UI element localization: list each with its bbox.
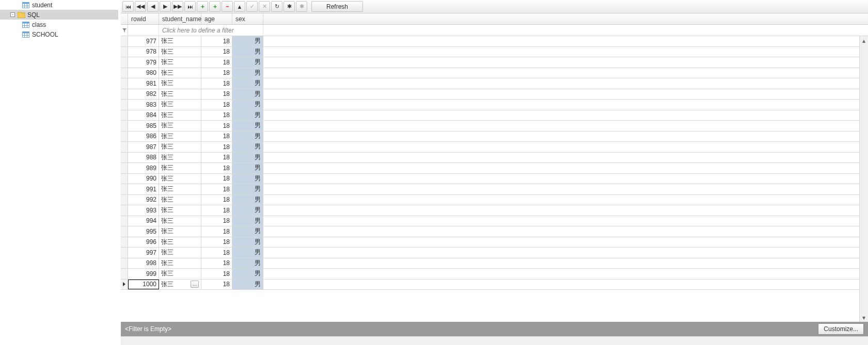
cell-student-name[interactable]: 张三 (159, 174, 201, 184)
cell-age[interactable]: 18 (201, 47, 232, 57)
cell-rowid[interactable]: 998 (128, 258, 159, 269)
cell-sex[interactable]: 男 (232, 100, 263, 110)
nav-last-button[interactable]: ⏭ (184, 1, 196, 12)
filter-funnel-icon[interactable] (121, 25, 128, 36)
tree-item-school[interactable]: SCHOOL (0, 29, 118, 39)
cell-student-name[interactable]: 张三 (159, 195, 201, 205)
cell-rowid[interactable]: 978 (128, 47, 159, 57)
cell-student-name[interactable]: 张三 (159, 237, 201, 248)
scroll-down-icon[interactable]: ▾ (860, 313, 868, 322)
col-header-student-name[interactable]: student_name (159, 13, 201, 24)
row-indicator[interactable] (121, 121, 128, 131)
cell-age[interactable]: 18 (201, 100, 232, 110)
table-row[interactable]: 982张三18男 (121, 89, 868, 100)
table-row[interactable]: 991张三18男 (121, 184, 868, 195)
tree-expander-icon[interactable]: - (10, 12, 15, 17)
filter-cell-rowid[interactable] (128, 25, 159, 36)
cell-sex[interactable]: 男 (232, 205, 263, 216)
row-indicator[interactable] (121, 184, 128, 194)
cell-rowid[interactable]: 993 (128, 205, 159, 216)
grid-filter-row[interactable]: Click here to define a filter (121, 25, 868, 36)
table-row[interactable]: 999张三18男 (121, 269, 868, 280)
cell-sex[interactable]: 男 (232, 280, 263, 290)
row-indicator[interactable] (121, 47, 128, 57)
cell-age[interactable]: 18 (201, 57, 232, 68)
row-indicator[interactable] (121, 216, 128, 226)
cell-age[interactable]: 18 (201, 226, 232, 237)
cell-age[interactable]: 18 (201, 89, 232, 100)
cell-age[interactable]: 18 (201, 132, 232, 142)
row-indicator[interactable] (121, 205, 128, 216)
cell-sex[interactable]: 男 (232, 258, 263, 269)
table-row[interactable]: 980张三18男 (121, 68, 868, 79)
row-indicator[interactable] (121, 195, 128, 205)
cell-sex[interactable]: 男 (232, 89, 263, 100)
table-row[interactable]: 981张三18男 (121, 78, 868, 89)
cell-age[interactable]: 18 (201, 237, 232, 248)
refresh-row-button[interactable]: ↻ (271, 1, 282, 12)
cell-rowid[interactable]: 988 (128, 153, 159, 163)
cell-student-name[interactable]: 张三 (159, 47, 201, 57)
cell-rowid[interactable]: 977 (128, 36, 159, 46)
table-row[interactable]: 990张三18男 (121, 174, 868, 185)
cell-student-name[interactable]: 张三 (159, 153, 201, 163)
cell-rowid[interactable]: 994 (128, 216, 159, 226)
table-row[interactable]: 994张三18男 (121, 216, 868, 227)
cell-rowid[interactable]: 986 (128, 132, 159, 142)
horizontal-scrollbar[interactable] (121, 336, 868, 345)
cell-rowid[interactable]: 991 (128, 184, 159, 194)
table-row[interactable]: 988张三18男 (121, 153, 868, 163)
table-row[interactable]: 992张三18男 (121, 195, 868, 206)
cell-rowid[interactable]: 992 (128, 195, 159, 205)
row-indicator[interactable] (121, 280, 128, 290)
row-indicator[interactable] (121, 57, 128, 68)
row-indicator[interactable] (121, 78, 128, 89)
cell-rowid[interactable]: 1000 (128, 280, 159, 290)
cell-rowid[interactable]: 990 (128, 174, 159, 184)
cell-age[interactable]: 18 (201, 195, 232, 205)
nav-prevpage-button[interactable]: ◀◀ (135, 1, 146, 12)
row-indicator[interactable] (121, 110, 128, 121)
cell-age[interactable]: 18 (201, 280, 232, 290)
cell-age[interactable]: 18 (201, 78, 232, 89)
row-indicator[interactable] (121, 174, 128, 184)
cell-student-name[interactable]: 张三 (159, 78, 201, 89)
cell-student-name[interactable]: 张三 (159, 132, 201, 142)
cell-sex[interactable]: 男 (232, 132, 263, 142)
scroll-up-icon[interactable]: ▴ (860, 36, 868, 45)
table-row[interactable]: 995张三18男 (121, 226, 868, 237)
cell-sex[interactable]: 男 (232, 216, 263, 226)
cell-editor-ellipsis-button[interactable]: … (191, 281, 199, 288)
bookmark-button[interactable]: ✱ (283, 1, 295, 12)
row-indicator[interactable] (121, 163, 128, 173)
cell-age[interactable]: 18 (201, 174, 232, 184)
cell-sex[interactable]: 男 (232, 184, 263, 194)
cell-sex[interactable]: 男 (232, 163, 263, 173)
table-row[interactable]: 996张三18男 (121, 237, 868, 248)
row-indicator[interactable] (121, 132, 128, 142)
cell-sex[interactable]: 男 (232, 226, 263, 237)
cell-age[interactable]: 18 (201, 258, 232, 269)
nav-next-button[interactable]: ▶ (160, 1, 171, 12)
cell-rowid[interactable]: 981 (128, 78, 159, 89)
cell-sex[interactable]: 男 (232, 57, 263, 68)
cell-student-name[interactable]: 张三 (159, 100, 201, 110)
cell-student-name[interactable]: 张三 (159, 89, 201, 100)
table-row[interactable]: 998张三18男 (121, 258, 868, 269)
table-row[interactable]: 977张三18男 (121, 36, 868, 47)
table-row[interactable]: 989张三18男 (121, 163, 868, 174)
filter-placeholder[interactable]: Click here to define a filter (159, 25, 263, 36)
table-row[interactable]: 984张三18男 (121, 110, 868, 121)
cell-sex[interactable]: 男 (232, 68, 263, 78)
cell-rowid[interactable]: 999 (128, 269, 159, 279)
cell-sex[interactable]: 男 (232, 269, 263, 279)
nav-first-button[interactable]: ⏮ (122, 1, 134, 12)
cell-student-name[interactable]: 张三 (159, 36, 201, 46)
cell-sex[interactable]: 男 (232, 248, 263, 258)
cell-student-name[interactable]: 张三 (159, 226, 201, 237)
cell-student-name[interactable]: 张三 (159, 269, 201, 279)
cell-age[interactable]: 18 (201, 163, 232, 173)
cell-rowid[interactable]: 985 (128, 121, 159, 131)
cell-sex[interactable]: 男 (232, 121, 263, 131)
grid-body[interactable]: ▴ ▾ 977张三18男978张三18男979张三18男980张三18男981张… (121, 36, 868, 322)
